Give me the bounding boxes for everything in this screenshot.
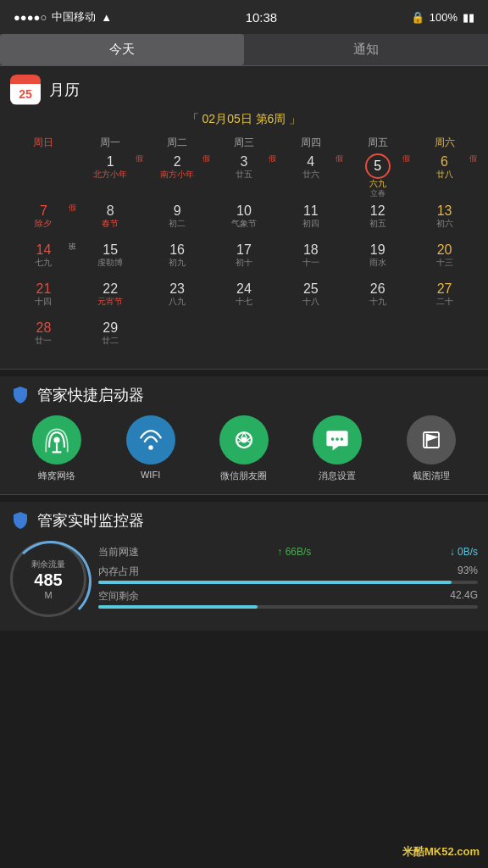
wifi-icon-btn[interactable] — [126, 415, 175, 465]
cal-cell: 4 廿六 假 — [277, 152, 344, 201]
calendar-app-icon: 25 — [10, 75, 41, 105]
list-item[interactable]: 消息设置 — [313, 415, 362, 482]
space-row: 空间剩余 42.4G — [98, 589, 478, 609]
list-item[interactable]: 截图清理 — [407, 415, 456, 482]
msg-settings-label: 消息设置 — [319, 470, 356, 482]
mem-bar-fill — [98, 581, 452, 584]
cal-cell: 9 初二 — [144, 201, 211, 240]
wifi-symbol-icon — [136, 425, 166, 455]
watermark: 米酷MK52.com — [402, 844, 480, 860]
cal-cell: 3 廿五 假 — [211, 152, 278, 201]
mem-row: 内存占用 93% — [98, 565, 478, 584]
camera-shutter-icon — [229, 425, 259, 455]
table-row: 21 十四 22 元宵节 23 八九 — [10, 279, 478, 318]
signal-dots: ●●●●○ — [14, 11, 47, 24]
cellular-tower-icon — [42, 425, 72, 455]
status-right: 🔒 100% ▮▮ — [411, 11, 474, 24]
cal-cell: 13 初六 — [411, 201, 478, 240]
cal-cell: 11 初四 — [277, 201, 344, 240]
list-item[interactable]: WIFI — [126, 415, 175, 482]
launcher-widget: 管家快捷启动器 蜂窝网络 — [0, 376, 488, 495]
calendar-date-num: 25 — [10, 84, 41, 104]
cal-cell-empty — [144, 318, 211, 357]
screenshot-flag-icon — [416, 425, 446, 455]
cellular-label: 蜂窝网络 — [38, 470, 75, 482]
monitor-header: 管家实时监控器 — [10, 510, 478, 531]
segment-tabs: 今天 通知 — [0, 34, 488, 66]
battery-icon: ▮▮ — [463, 11, 474, 24]
net-speed-row: 当前网速 ↑ 66B/s ↓ 0B/s — [98, 545, 478, 559]
svg-point-3 — [148, 445, 152, 449]
weekday-sun: 周日 — [10, 134, 77, 152]
weekday-wed: 周三 — [211, 134, 278, 152]
cal-cell: 15 虔勒博 — [77, 240, 144, 279]
table-row: 1 北方小年 假 2 南方小年 假 3 — [10, 152, 478, 201]
net-speed-label: 当前网速 — [98, 545, 139, 559]
cal-cell-empty — [211, 318, 278, 357]
table-row: 28 廿一 29 廿二 — [10, 318, 478, 357]
table-row: 14 七九 班 15 虔勒博 16 初九 — [10, 240, 478, 279]
calendar-title: 月历 — [49, 80, 80, 100]
cal-cell: 26 十九 — [344, 279, 411, 318]
cal-cell: 23 八九 — [144, 279, 211, 318]
weekday-tue: 周二 — [144, 134, 211, 152]
calendar-widget: 25 月历 「 02月05日 第6周 」 周日 周一 周二 周三 周四 周五 周… — [0, 66, 488, 370]
cal-cell-today: 5 六九 假 立春 — [344, 152, 411, 201]
space-label: 空间剩余 — [98, 589, 139, 604]
list-item[interactable]: 微信朋友圈 — [219, 415, 269, 482]
cal-cell-empty — [411, 318, 478, 357]
tab-notifications[interactable]: 通知 — [244, 34, 488, 65]
status-time: 10:38 — [246, 10, 278, 25]
weekday-thu: 周四 — [277, 134, 344, 152]
cal-cell: 28 廿一 — [10, 318, 77, 357]
cal-cell: 21 十四 — [10, 279, 77, 318]
traffic-value: 485 — [34, 570, 62, 590]
carrier: 中国移动 — [52, 9, 96, 25]
weekday-mon: 周一 — [77, 134, 144, 152]
svg-point-14 — [341, 437, 344, 441]
weekday-fri: 周五 — [344, 134, 411, 152]
traffic-circle: 剩余流量 485 M — [10, 541, 86, 617]
battery-percent: 100% — [430, 11, 458, 24]
calendar-month-header: 「 02月05日 第6周 」 — [10, 112, 478, 127]
cal-cell-empty — [10, 152, 77, 201]
wifi-icon: ▲ — [101, 11, 112, 24]
cal-cell-empty — [277, 318, 344, 357]
cal-cell: 19 雨水 — [344, 240, 411, 279]
svg-marker-16 — [426, 434, 438, 442]
cal-cell: 20 十三 — [411, 240, 478, 279]
msg-settings-icon-btn[interactable] — [313, 415, 362, 465]
cal-cell-empty — [344, 318, 411, 357]
cal-cell: 18 十一 — [277, 240, 344, 279]
cal-cell: 16 初九 — [144, 240, 211, 279]
launcher-title: 管家快捷启动器 — [37, 385, 144, 405]
cal-cell: 17 初十 — [211, 240, 278, 279]
cal-cell: 2 南方小年 假 — [144, 152, 211, 201]
screenshot-label: 截图清理 — [413, 470, 450, 482]
mem-bar-bg — [98, 581, 478, 584]
status-left: ●●●●○ 中国移动 ▲ — [14, 9, 112, 25]
list-item[interactable]: 蜂窝网络 — [32, 415, 81, 482]
screenshot-icon-btn[interactable] — [407, 415, 456, 465]
shield-monitor-icon — [10, 510, 30, 531]
cal-cell: 25 十八 — [277, 279, 344, 318]
monitor-content: 剩余流量 485 M 当前网速 ↑ 66B/s ↓ 0B/s 内存占用 — [10, 541, 478, 617]
monitor-stats: 当前网速 ↑ 66B/s ↓ 0B/s 内存占用 93% — [98, 545, 478, 614]
calendar-grid: 周日 周一 周二 周三 周四 周五 周六 1 北方小年 — [10, 134, 478, 357]
download-value: ↓ 0B/s — [450, 546, 478, 558]
calendar-header: 25 月历 — [10, 75, 478, 105]
cellular-icon[interactable] — [32, 415, 81, 465]
launcher-header: 管家快捷启动器 — [10, 385, 478, 405]
cal-cell: 1 北方小年 假 — [77, 152, 144, 201]
traffic-unit: M — [44, 590, 52, 600]
traffic-label: 剩余流量 — [31, 559, 65, 570]
space-bar-bg — [98, 605, 478, 609]
mem-label: 内存占用 — [98, 565, 139, 579]
cal-cell: 27 二十 — [411, 279, 478, 318]
tab-today[interactable]: 今天 — [0, 34, 244, 65]
space-bar-fill — [98, 605, 258, 609]
mem-value: 93% — [458, 565, 478, 579]
shield-icon — [10, 385, 30, 405]
cal-cell: 24 十七 — [211, 279, 278, 318]
moments-icon-btn[interactable] — [219, 415, 269, 465]
